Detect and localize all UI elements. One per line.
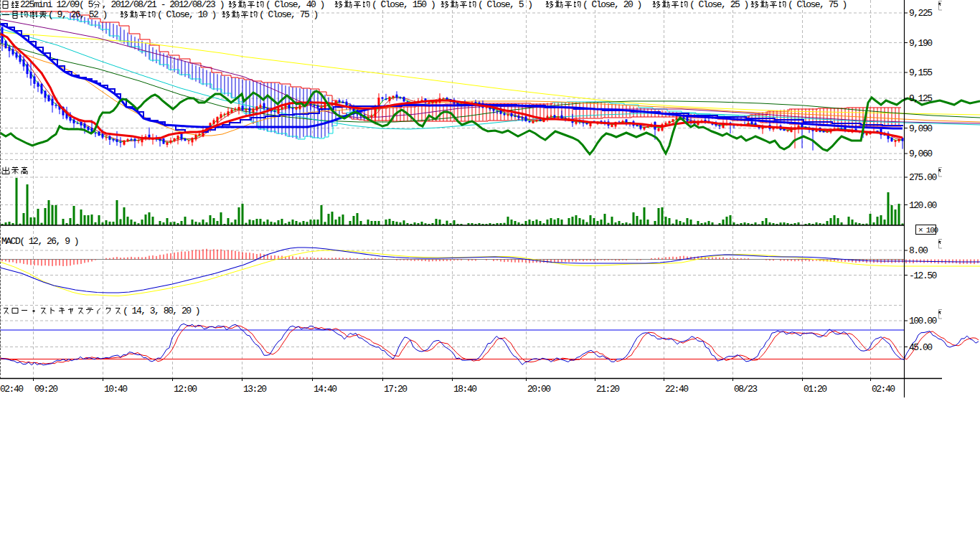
svg-text:08/23: 08/23: [734, 384, 757, 395]
svg-text:18:40: 18:40: [453, 384, 476, 395]
svg-text:20:00: 20:00: [527, 384, 550, 395]
svg-text:9,090: 9,090: [909, 123, 932, 134]
svg-text:( Close, 5 ): ( Close, 5 ): [478, 0, 532, 10]
svg-text:× 100: × 100: [918, 226, 938, 235]
svg-text:14:40: 14:40: [314, 384, 336, 395]
svg-text:( Close, 40 ): ( Close, 40 ): [265, 0, 324, 10]
svg-text:, 2012/08/21 - 2012/08/23 ): , 2012/08/21 - 2012/08/23 ): [102, 0, 224, 10]
svg-text:( Close, 20 ): ( Close, 20 ): [583, 0, 641, 10]
svg-text:( Close, 75 ): ( Close, 75 ): [259, 9, 318, 20]
svg-text:( Close, 75 ): ( Close, 75 ): [788, 0, 847, 10]
svg-text:9,125: 9,125: [909, 93, 932, 104]
svg-text:02:40: 02:40: [872, 384, 895, 395]
svg-text:21:20: 21:20: [596, 384, 619, 395]
svg-text:9,190: 9,190: [909, 38, 932, 49]
svg-text:45.00: 45.00: [909, 342, 932, 353]
svg-text:09:20: 09:20: [34, 384, 57, 395]
svg-text:12:00: 12:00: [174, 384, 197, 395]
svg-text:17:20: 17:20: [384, 384, 407, 395]
svg-text:( 14, 3, 80, 20 ): ( 14, 3, 80, 20 ): [123, 306, 199, 316]
svg-text:9,155: 9,155: [909, 67, 932, 78]
svg-text:100.00: 100.00: [909, 316, 937, 326]
svg-text:9,060: 9,060: [909, 149, 932, 159]
svg-text:275.00: 275.00: [909, 172, 937, 183]
svg-text:MACD( 12, 26, 9 ): MACD( 12, 26, 9 ): [1, 236, 78, 247]
svg-text:( 9, 26, 52 ): ( 9, 26, 52 ): [48, 9, 107, 20]
svg-text:120.00: 120.00: [909, 200, 937, 211]
svg-text:13:20: 13:20: [243, 384, 266, 395]
svg-text:225mini 12/09( 5: 225mini 12/09( 5: [20, 0, 93, 10]
svg-text:01:20: 01:20: [804, 384, 826, 395]
svg-text:( Close, 150 ): ( Close, 150 ): [372, 0, 435, 10]
svg-text:02:40: 02:40: [0, 384, 23, 395]
svg-text:-12.50: -12.50: [909, 270, 937, 281]
svg-text:8.00: 8.00: [909, 245, 928, 256]
svg-text:22:40: 22:40: [665, 384, 688, 395]
svg-text:( Close, 25 ): ( Close, 25 ): [689, 0, 748, 10]
svg-text:10:40: 10:40: [104, 384, 127, 395]
svg-text:( Close, 10 ): ( Close, 10 ): [157, 9, 216, 20]
svg-text:9,225: 9,225: [909, 8, 932, 19]
